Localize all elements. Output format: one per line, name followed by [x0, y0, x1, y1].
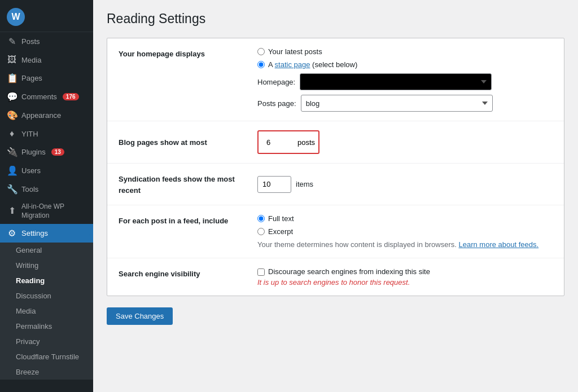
syndication-input[interactable]: [257, 176, 291, 193]
homepage-displays-row: Your homepage displays Your latest posts…: [107, 38, 564, 121]
sidebar-item-settings[interactable]: ⚙ Settings: [0, 224, 93, 243]
all-in-one-icon: ⬆: [7, 205, 17, 217]
blog-pages-row: Blog pages show at most posts: [107, 121, 564, 164]
plugins-badge: 13: [51, 148, 64, 156]
sidebar-item-label: Users: [21, 166, 41, 175]
sidebar-item-label: Appearance: [21, 111, 61, 120]
sidebar-item-label: Media: [21, 56, 41, 64]
media-icon: 🖼: [7, 55, 17, 65]
settings-submenu: General Writing Reading Discussion Media…: [0, 243, 93, 380]
feed-include-label: For each post in a feed, include: [119, 214, 248, 227]
submenu-permalinks[interactable]: Permalinks: [0, 319, 93, 334]
learn-more-link[interactable]: Learn more about feeds.: [459, 240, 539, 249]
posts-page-select[interactable]: blog Home About Contact: [301, 95, 493, 112]
appearance-icon: 🎨: [7, 110, 17, 121]
settings-form: Your homepage displays Your latest posts…: [107, 38, 564, 296]
submenu-breeze[interactable]: Breeze: [0, 364, 93, 380]
sidebar-item-label: All-in-One WP Migration: [21, 202, 86, 220]
sidebar-item-label: Pages: [21, 74, 42, 82]
users-icon: 👤: [7, 165, 17, 176]
syndication-unit: items: [296, 180, 313, 188]
sidebar: W ✎ Posts 🖼 Media 📋 Pages 💬 Comments 176…: [0, 0, 93, 392]
blog-pages-field: posts: [257, 130, 553, 154]
sidebar-item-label: Settings: [21, 229, 48, 237]
sidebar-item-comments[interactable]: 💬 Comments 176: [0, 87, 93, 106]
static-page-link[interactable]: static page: [275, 60, 310, 69]
sidebar-item-pages[interactable]: 📋 Pages: [0, 69, 93, 87]
full-text-label: Full text: [268, 214, 294, 223]
sidebar-item-users[interactable]: 👤 Users: [0, 161, 93, 180]
wp-logo-icon: W: [7, 8, 25, 26]
homepage-select-label: Homepage:: [257, 78, 295, 86]
page-title: Reading Settings: [107, 11, 564, 27]
settings-icon: ⚙: [7, 228, 17, 239]
search-visibility-field: Discourage search engines from indexing …: [257, 267, 553, 287]
feed-include-row: For each post in a feed, include Full te…: [107, 205, 564, 258]
submenu-media[interactable]: Media: [0, 303, 93, 319]
blog-pages-label: Blog pages show at most: [119, 136, 248, 148]
latest-posts-label: Your latest posts: [268, 47, 322, 56]
sidebar-item-media[interactable]: 🖼 Media: [0, 51, 93, 69]
latest-posts-option[interactable]: Your latest posts: [257, 47, 553, 56]
syndication-field: items: [257, 176, 553, 193]
submenu-reading[interactable]: Reading: [0, 273, 93, 288]
yith-icon: ♦: [7, 129, 17, 139]
sidebar-item-label: Comments: [21, 93, 57, 101]
sidebar-item-yith[interactable]: ♦ YITH: [0, 125, 93, 143]
sidebar-item-label: YITH: [21, 130, 38, 138]
submenu-writing[interactable]: Writing: [0, 258, 93, 273]
sidebar-item-plugins[interactable]: 🔌 Plugins 13: [0, 143, 93, 161]
homepage-select-row: Homepage:: [257, 73, 553, 90]
static-page-option[interactable]: A static page (select below): [257, 60, 553, 69]
sidebar-item-posts[interactable]: ✎ Posts: [0, 32, 93, 51]
blog-pages-input[interactable]: [262, 134, 293, 151]
comments-badge: 176: [63, 93, 79, 100]
latest-posts-radio[interactable]: [257, 48, 265, 55]
posts-icon: ✎: [7, 36, 17, 47]
syndication-input-row: items: [257, 176, 553, 193]
pages-icon: 📋: [7, 73, 17, 83]
sidebar-item-tools[interactable]: 🔧 Tools: [0, 180, 93, 199]
homepage-displays-field: Your latest posts A static page (select …: [257, 47, 553, 112]
syndication-label: Syndication feeds show the most recent: [119, 173, 248, 196]
search-visibility-label: Search engine visibility: [119, 267, 248, 280]
excerpt-radio[interactable]: [257, 228, 265, 235]
posts-page-label: Posts page:: [257, 99, 296, 108]
submenu-cloudflare[interactable]: Cloudflare Turnstile: [0, 349, 93, 364]
sidebar-item-label: Posts: [21, 37, 40, 46]
syndication-row: Syndication feeds show the most recent i…: [107, 164, 564, 205]
static-page-radio[interactable]: [257, 61, 265, 68]
blog-pages-highlight: posts: [257, 130, 319, 154]
sidebar-logo: W: [0, 0, 93, 32]
homepage-select[interactable]: [300, 73, 492, 90]
blog-pages-unit: posts: [297, 138, 315, 147]
posts-page-select-row: Posts page: blog Home About Contact: [257, 95, 553, 112]
main-content: Reading Settings Your homepage displays …: [93, 0, 578, 392]
homepage-displays-label: Your homepage displays: [119, 47, 248, 60]
sidebar-item-all-in-one[interactable]: ⬆ All-in-One WP Migration: [0, 199, 93, 224]
full-text-option[interactable]: Full text: [257, 214, 553, 223]
full-text-radio[interactable]: [257, 215, 265, 222]
feed-description: Your theme determines how content is dis…: [257, 240, 553, 249]
excerpt-label: Excerpt: [268, 227, 293, 236]
comments-icon: 💬: [7, 91, 17, 102]
save-changes-button[interactable]: Save Changes: [107, 307, 173, 325]
plugins-icon: 🔌: [7, 147, 17, 157]
search-visibility-checkbox-label: Discourage search engines from indexing …: [268, 267, 430, 276]
search-visibility-row: Search engine visibility Discourage sear…: [107, 258, 564, 296]
submenu-privacy[interactable]: Privacy: [0, 334, 93, 349]
sidebar-item-appearance[interactable]: 🎨 Appearance: [0, 106, 93, 125]
feed-include-field: Full text Excerpt Your theme determines …: [257, 214, 553, 249]
static-page-label: A static page (select below): [268, 60, 357, 69]
search-visibility-checkbox[interactable]: [257, 268, 265, 276]
sidebar-item-label: Tools: [21, 185, 38, 193]
sidebar-item-label: Plugins: [21, 148, 46, 156]
search-visibility-note: It is up to search engines to honor this…: [257, 278, 553, 287]
search-visibility-checkbox-row[interactable]: Discourage search engines from indexing …: [257, 267, 553, 276]
tools-icon: 🔧: [7, 184, 17, 195]
submenu-discussion[interactable]: Discussion: [0, 288, 93, 303]
excerpt-option[interactable]: Excerpt: [257, 227, 553, 236]
settings-arrow: [89, 224, 93, 243]
submenu-general[interactable]: General: [0, 243, 93, 258]
